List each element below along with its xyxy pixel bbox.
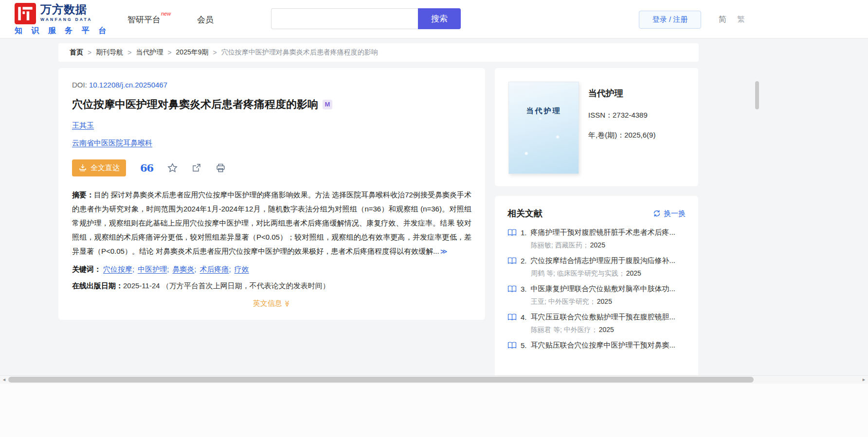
journal-cover[interactable]: 当代护理 — [508, 82, 579, 174]
publish-date-label: 在线出版日期： — [72, 281, 123, 290]
affiliation-link[interactable]: 云南省中医医院耳鼻喉科 — [72, 139, 152, 147]
breadcrumb-link[interactable]: 期刊导航 — [96, 48, 123, 57]
related-doc-title: 耳穴贴压联合穴位按摩中医护理干预对鼻窦... — [531, 341, 676, 350]
english-info-label: 英文信息 — [253, 299, 282, 307]
book-icon — [507, 229, 517, 236]
issn-label: ISSN： — [588, 111, 613, 119]
keyword-link[interactable]: 疗效 — [235, 265, 249, 273]
list-item: 5. 耳穴贴压联合穴位按摩中医护理干预对鼻窦... — [507, 341, 686, 362]
abstract-expand-icon[interactable]: ≫ — [440, 247, 448, 255]
related-doc-journal: 临床医学研究与实践； — [557, 269, 625, 277]
breadcrumb-separator: > — [127, 49, 131, 56]
related-docs-list: 1. 疼痛护理干预对腹腔镜肝脏手术患者术后疼... 陈丽敏; 西藏医药；2025… — [507, 228, 686, 362]
keyword-link[interactable]: 术后疼痛 — [200, 265, 229, 273]
vertical-scrollbar-thumb[interactable] — [755, 81, 759, 109]
related-doc-title: 耳穴压豆联合穴位敷贴护理干预在腹腔镜胆... — [531, 313, 676, 322]
refresh-icon — [653, 210, 661, 217]
new-badge: new — [161, 11, 171, 17]
related-doc-meta: 陈丽君 等; 中外医疗；2025 — [507, 326, 686, 334]
journal-card: 当代护理 当代护理 ISSN：2732-4389 年,卷(期)：2025,6(9… — [495, 68, 698, 186]
scroll-right-arrow[interactable]: ► — [862, 377, 866, 382]
book-icon — [507, 285, 517, 293]
refresh-related-button[interactable]: 换一换 — [653, 209, 686, 218]
cite-icon[interactable]: 66 — [140, 163, 153, 173]
publish-date-value: 2025-11-24 — [123, 281, 160, 290]
breadcrumb-link[interactable]: 首页 — [70, 48, 83, 57]
doi-row: DOI: 10.12208/j.cn.20250467 — [72, 81, 471, 89]
page-title: 穴位按摩中医护理对鼻窦炎术后患者疼痛程度的影响M — [72, 97, 471, 112]
english-info-toggle[interactable]: 英文信息≫ — [72, 299, 471, 308]
keyword-separator: ; — [167, 265, 169, 273]
refresh-label: 换一换 — [664, 209, 686, 218]
book-icon — [507, 257, 517, 264]
related-doc-title: 疼痛护理干预对腹腔镜肝脏手术患者术后疼... — [531, 228, 676, 237]
related-doc-authors: 王亚; — [531, 297, 546, 305]
breadcrumb-link[interactable]: 穴位按摩中医护理对鼻窦炎术后患者疼痛程度的影响 — [221, 48, 378, 57]
related-doc-number: 3. — [521, 285, 527, 293]
horizontal-scrollbar[interactable]: ◄ ► — [0, 375, 868, 384]
related-doc-number: 5. — [521, 341, 527, 350]
login-register-button[interactable]: 登录 / 注册 — [639, 11, 701, 29]
doi-link[interactable]: 10.12208/j.cn.20250467 — [89, 81, 167, 89]
nav-member[interactable]: 会员 — [197, 14, 214, 25]
breadcrumb-link[interactable]: 当代护理 — [136, 48, 163, 57]
bottom-empty-area — [0, 384, 868, 437]
favorite-star-icon[interactable] — [167, 163, 178, 173]
publish-date-row: 在线出版日期：2025-11-24 （万方平台首次上网日期，不代表论文的发表时间… — [72, 281, 471, 291]
related-doc-authors: 陈丽君 等; — [531, 326, 562, 333]
fulltext-button[interactable]: free 全文直达 — [72, 159, 126, 176]
related-doc-meta: 王亚; 中外医学研究；2025 — [507, 297, 686, 306]
list-item: 4. 耳穴压豆联合穴位敷贴护理干预在腹腔镜胆... 陈丽君 等; 中外医疗；20… — [507, 313, 686, 334]
article-title-text: 穴位按摩中医护理对鼻窦炎术后患者疼痛程度的影响 — [72, 98, 318, 110]
breadcrumb-link[interactable]: 2025年9期 — [176, 48, 209, 57]
keyword-separator: ; — [132, 265, 134, 273]
related-doc-link[interactable]: 2. 穴位按摩结合情志护理应用于腹股沟疝修补... — [507, 256, 686, 265]
keyword-link[interactable]: 中医护理 — [138, 265, 167, 273]
doi-label: DOI: — [72, 81, 89, 89]
related-docs-title: 相关文献 — [507, 208, 542, 219]
print-icon[interactable] — [216, 163, 226, 173]
share-icon[interactable] — [192, 163, 201, 173]
wanfang-logo[interactable]: 万方数据 WANFANG DATA 知 识 服 务 平 台 — [15, 3, 109, 36]
metrics-badge[interactable]: M — [323, 100, 332, 109]
lang-traditional-toggle[interactable]: 繁 — [737, 15, 745, 25]
related-doc-journal: 中外医学研究； — [548, 297, 596, 305]
nav-member-label: 会员 — [197, 15, 214, 24]
related-doc-link[interactable]: 1. 疼痛护理干预对腹腔镜肝脏手术患者术后疼... — [507, 228, 686, 237]
volume-value: 2025,6(9) — [624, 131, 655, 139]
scroll-left-arrow[interactable]: ◄ — [2, 377, 6, 382]
nav-zhiyan-platform[interactable]: 智研平台new — [127, 14, 171, 25]
related-doc-meta: 周鹤 等; 临床医学研究与实践；2025 — [507, 269, 686, 278]
search-button[interactable]: 搜索 — [418, 8, 461, 29]
keyword-link[interactable]: 穴位按摩 — [103, 265, 132, 273]
abstract-label: 摘要： — [72, 191, 94, 199]
free-fulltext-icon: free — [78, 163, 87, 172]
breadcrumb-separator: > — [213, 49, 217, 56]
breadcrumb-separator: > — [88, 49, 91, 56]
related-docs-header: 相关文献 换一换 — [507, 208, 686, 219]
svg-text:free: free — [80, 169, 85, 172]
lang-simplified-toggle[interactable]: 简 — [719, 15, 726, 25]
horizontal-scrollbar-thumb[interactable] — [8, 377, 754, 383]
book-icon — [507, 314, 517, 321]
related-doc-link[interactable]: 5. 耳穴贴压联合穴位按摩中医护理干预对鼻窦... — [507, 341, 686, 350]
related-doc-link[interactable]: 3. 中医康复护理联合穴位贴敷对脑卒中肢体功... — [507, 284, 686, 294]
brand-name-en: WANFANG DATA — [40, 17, 92, 22]
keywords-list: 穴位按摩;中医护理;鼻窦炎;术后疼痛;疗效 — [103, 265, 249, 273]
author-link[interactable]: 王其玉 — [72, 121, 94, 129]
abstract: 摘要：目的 探讨对鼻窦炎术后患者应用穴位按摩中医护理的疼痛影响效果。方法 选择医… — [72, 188, 471, 259]
book-icon — [507, 342, 517, 349]
related-doc-year: 2025 — [626, 269, 641, 277]
related-doc-link[interactable]: 4. 耳穴压豆联合穴位敷贴护理干预在腹腔镜胆... — [507, 313, 686, 322]
related-doc-title: 穴位按摩结合情志护理应用于腹股沟疝修补... — [531, 256, 676, 265]
keyword-link[interactable]: 鼻窦炎 — [172, 265, 194, 273]
chevron-down-icon: ≫ — [284, 300, 291, 307]
related-doc-journal: 西藏医药； — [555, 241, 589, 249]
keyword-separator: ; — [229, 265, 231, 273]
search-input[interactable] — [271, 8, 418, 29]
list-item: 3. 中医康复护理联合穴位贴敷对脑卒中肢体功... 王亚; 中外医学研究；202… — [507, 284, 686, 306]
abstract-text: 目的 探讨对鼻窦炎术后患者应用穴位按摩中医护理的疼痛影响效果。方法 选择医院耳鼻… — [72, 191, 471, 255]
action-toolbar: free 全文直达 66 — [72, 159, 471, 176]
keywords-row: 关键词：穴位按摩;中医护理;鼻窦炎;术后疼痛;疗效 — [72, 265, 471, 274]
top-header: 万方数据 WANFANG DATA 知 识 服 务 平 台 智研平台new 会员… — [0, 0, 868, 38]
